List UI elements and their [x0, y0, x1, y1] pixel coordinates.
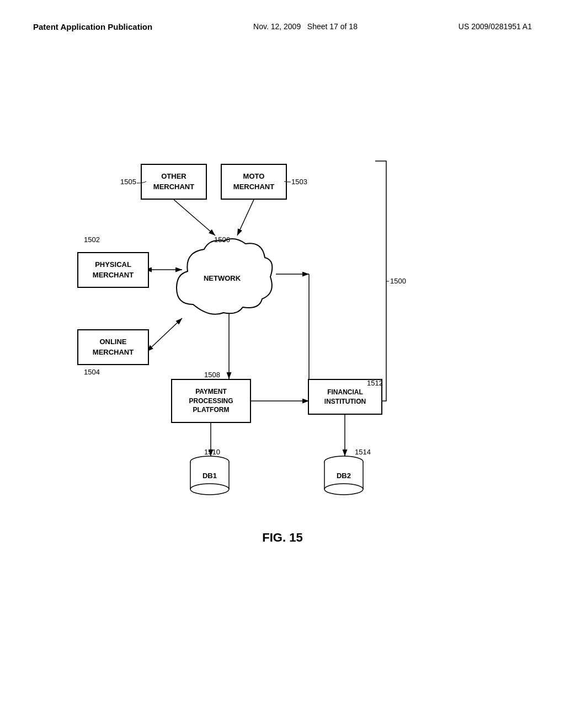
db2-container: DB2	[322, 453, 366, 497]
payment-platform-box: PAYMENT PROCESSING PLATFORM	[171, 379, 251, 423]
page-header: Patent Application Publication Nov. 12, …	[0, 0, 565, 31]
svg-line-5	[152, 318, 182, 347]
label-1510: 1510	[204, 448, 220, 456]
moto-merchant-box: MOTO MERCHANT	[221, 164, 287, 200]
db2-svg: DB2	[322, 455, 366, 496]
svg-point-22	[324, 484, 363, 495]
header-date-sheet: Nov. 12, 2009 Sheet 17 of 18	[253, 22, 358, 31]
svg-line-3	[237, 200, 254, 235]
physical-merchant-box: PHYSICAL MERCHANT	[77, 252, 149, 288]
label-1500: 1500	[390, 277, 406, 285]
svg-text:DB1: DB1	[202, 472, 217, 480]
label-1514: 1514	[355, 448, 371, 456]
publication-title: Patent Application Publication	[33, 22, 152, 31]
svg-point-16	[190, 484, 229, 495]
label-1506: 1506	[214, 235, 230, 244]
diagram-area: OTHER MERCHANT MOTO MERCHANT PHYSICAL ME…	[0, 37, 565, 671]
db1-svg: DB1	[188, 455, 232, 496]
other-merchant-box: OTHER MERCHANT	[141, 164, 207, 200]
online-merchant-box: ONLINE MERCHANT	[77, 329, 149, 365]
label-1512: 1512	[367, 379, 383, 387]
label-1508: 1508	[204, 371, 220, 379]
svg-text:DB2: DB2	[337, 472, 351, 480]
label-1503: 1503	[291, 178, 307, 186]
label-1504: 1504	[84, 368, 100, 376]
svg-line-2	[174, 200, 215, 235]
patent-number: US 2009/0281951 A1	[459, 22, 532, 31]
label-1505: 1505	[120, 178, 136, 186]
db1-container: DB1	[188, 453, 232, 497]
network-cloud: NETWORK	[171, 233, 273, 318]
label-1502: 1502	[84, 235, 100, 244]
fig-label: FIG. 15	[0, 531, 565, 545]
